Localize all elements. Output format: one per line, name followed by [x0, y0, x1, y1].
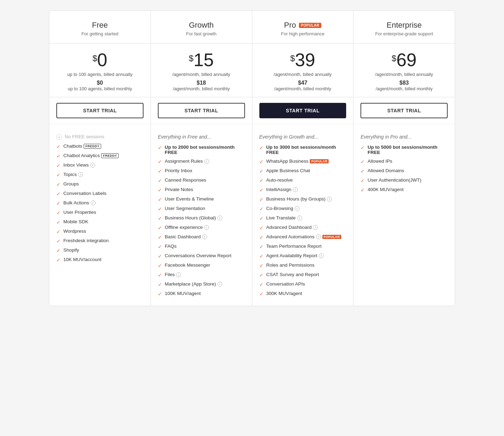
list-item: ✓User Segmentation [158, 206, 245, 212]
feature-label: Bulk Actions [63, 200, 89, 205]
info-icon[interactable]: i [327, 197, 332, 202]
info-icon[interactable]: i [217, 282, 222, 287]
check-icon: ✓ [56, 210, 61, 216]
list-item: ✓User Authentication(JWT) [360, 177, 448, 183]
feature-text: Advanced Dashboardi [266, 225, 318, 230]
check-icon: ✓ [259, 291, 264, 297]
check-icon: ✓ [56, 144, 61, 149]
feature-label: Conversations Overview Report [165, 253, 232, 258]
feature-text: Apple Business Chat [266, 168, 310, 173]
list-item: ✓Conversation APIs [259, 281, 346, 287]
feature-text: Marketplace (App Store)i [165, 281, 222, 287]
info-icon[interactable]: i [313, 225, 318, 230]
check-icon: ✓ [259, 244, 264, 249]
feature-text: IntelliAssigni [266, 187, 298, 192]
check-icon: ✓ [56, 248, 61, 253]
check-icon: ✓ [360, 178, 365, 183]
info-icon[interactable]: i [316, 234, 321, 239]
feature-text: Live Translatei [266, 215, 302, 220]
plan-name-free: Free [56, 21, 144, 30]
feature-label: Facebook Messenger [165, 262, 210, 268]
price-monthly-label-free: up to 100 agents, billed monthly [56, 86, 144, 91]
info-icon[interactable]: i [204, 159, 209, 164]
feature-text: WhatsApp BusinessPOPULAR [266, 159, 329, 164]
start-trial-button-growth[interactable]: START TRIAL [158, 103, 245, 118]
check-icon: ✓ [360, 159, 365, 164]
feature-text: 300K MUV/agent [266, 291, 302, 296]
feature-label: Groups [63, 181, 79, 187]
list-item: ✓Wordpress [56, 228, 144, 234]
list-item: ✓Bulk Actionsi [56, 200, 144, 206]
price-billing-growth: /agent/month, billed annually [158, 72, 245, 77]
info-icon[interactable]: i [297, 216, 302, 220]
info-icon[interactable]: i [202, 234, 207, 239]
feature-label: Allowed IPs [368, 159, 392, 164]
feature-text: User Authentication(JWT) [368, 177, 421, 183]
feature-label: Auto-resolve [266, 177, 293, 183]
start-trial-button-enterprise[interactable]: START TRIAL [360, 103, 448, 118]
price-section-enterprise: $69/agent/month, billed annually$83/agen… [354, 44, 455, 97]
feature-label: FAQs [165, 244, 177, 249]
check-icon: ✓ [158, 145, 162, 150]
list-item: ×No FREE sessions [56, 134, 144, 140]
check-icon: ✓ [56, 191, 61, 197]
features-section-enterprise: Everything in Pro and...✓Up to 5000 bot … [354, 128, 455, 202]
info-icon[interactable]: i [78, 172, 83, 177]
check-icon: ✓ [259, 178, 264, 183]
info-icon[interactable]: i [90, 163, 95, 168]
feature-text: Conversations Overview Report [165, 253, 232, 258]
info-icon[interactable]: i [91, 201, 96, 205]
start-trial-button-free[interactable]: START TRIAL [56, 103, 144, 118]
start-trial-button-pro[interactable]: START TRIAL [259, 103, 346, 118]
price-section-pro: $39/agent/month, billed annually$47/agen… [252, 44, 354, 97]
list-item: ✓Co-Browsingi [259, 206, 346, 212]
feature-label: Offline experience [165, 225, 203, 230]
list-item: ✓IntelliAssigni [259, 187, 346, 193]
list-item: ✓Up to 2000 bot sessions/month FREE [158, 145, 245, 155]
check-icon: ✓ [259, 197, 264, 202]
feature-badge-popular: POPULAR [322, 235, 341, 239]
check-icon: ✓ [56, 182, 61, 187]
check-icon: ✓ [158, 263, 162, 268]
check-icon: ✓ [56, 163, 61, 168]
list-item: ✓Team Performance Report [259, 244, 346, 249]
feature-label: Assignment Rules [165, 159, 203, 164]
info-icon[interactable]: i [217, 216, 222, 220]
info-icon[interactable]: i [204, 225, 209, 230]
list-item: ✓WhatsApp BusinessPOPULAR [259, 159, 346, 164]
list-item: ✓Mobile SDK [56, 219, 144, 225]
feature-label: Topics [63, 172, 77, 177]
feature-text: Advanced AutomationsiPOPULAR [266, 234, 341, 239]
feature-label: Private Notes [165, 187, 193, 192]
feature-label: Up to 5000 bot sessions/month FREE [368, 145, 448, 155]
info-icon[interactable]: i [293, 187, 298, 192]
list-item: ✓ChatbotsFREDDY [56, 143, 144, 149]
feature-label: Co-Browsing [266, 206, 293, 211]
plan-col-pro: ProPOPULARFor high performance$39/agent/… [252, 11, 354, 306]
feature-label: Inbox Views [63, 162, 89, 168]
plan-name-pro: ProPOPULAR [259, 21, 346, 30]
feature-label: Freshdesk integration [63, 238, 109, 243]
check-icon: ✓ [259, 282, 264, 287]
feature-label: User Events & Timeline [165, 196, 214, 202]
info-icon[interactable]: i [319, 253, 324, 258]
list-item: ✓Facebook Messenger [158, 262, 245, 268]
check-icon: ✓ [158, 197, 162, 202]
list-item: ✓Topicsi [56, 172, 144, 178]
price-monthly-alt-pro: $47 [259, 80, 346, 86]
list-item: ✓Allowed IPs [360, 159, 448, 164]
feature-text: 10K MUV/account [63, 257, 102, 262]
feature-label: Conversation APIs [266, 281, 305, 287]
feature-text: Inbox Viewsi [63, 162, 95, 168]
check-icon: ✓ [158, 225, 162, 231]
feature-text: Up to 3000 bot sessions/month FREE [266, 145, 346, 155]
info-icon[interactable]: i [295, 206, 300, 211]
check-icon: ✓ [360, 145, 365, 150]
list-item: ✓Priority Inbox [158, 168, 245, 174]
check-icon: ✓ [56, 257, 61, 263]
info-icon[interactable]: i [176, 272, 181, 277]
price-monthly-label-pro: /agent/month, billed monthly [259, 86, 346, 91]
feature-label: Up to 3000 bot sessions/month FREE [266, 145, 346, 155]
check-icon: ✓ [158, 234, 162, 240]
feature-text: Auto-resolve [266, 177, 293, 183]
